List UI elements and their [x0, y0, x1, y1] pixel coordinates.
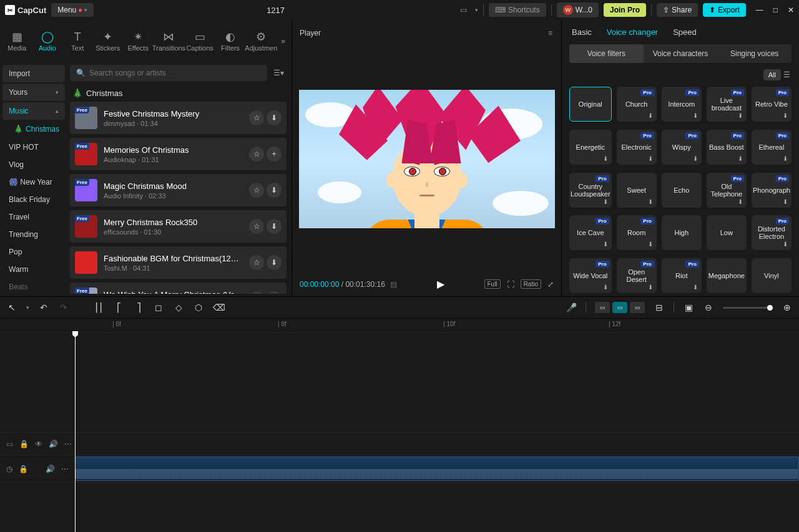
full-button[interactable]: Full — [484, 279, 501, 289]
sub-tab-singing-voices[interactable]: Singing voices — [717, 44, 792, 63]
sidebar-pop[interactable]: Pop — [2, 243, 65, 261]
frames-icon[interactable]: ▤ — [390, 280, 397, 289]
audio-clip[interactable] — [75, 457, 799, 481]
voice-live-broadcast[interactable]: ProLive broadcast⬇ — [707, 87, 747, 122]
voice-wide-vocal[interactable]: ProWide Vocal⬇ — [569, 258, 612, 293]
tab-filters[interactable]: ◐Filters — [216, 27, 245, 56]
track-mute-icon[interactable]: 🔊 — [49, 440, 58, 448]
filter-button[interactable]: ☰▾ — [271, 66, 287, 80]
preview-tool[interactable]: ▣ — [683, 302, 694, 312]
sub-tab-voice-filters[interactable]: Voice filters — [569, 44, 644, 63]
voice-room[interactable]: ProRoom⬇ — [617, 215, 657, 250]
crop-icon[interactable]: ⛶ — [507, 280, 514, 289]
track-settings-icon[interactable]: ▭ — [6, 440, 13, 448]
audio-mute-icon[interactable]: 🔊 — [46, 465, 55, 473]
tab-media[interactable]: ▦Media — [2, 27, 31, 56]
play-button[interactable]: ▶ — [437, 278, 444, 290]
tab-captions[interactable]: ▭Captions — [185, 27, 214, 56]
voice-ice-cave[interactable]: ProIce Cave⬇ — [569, 215, 612, 250]
voice-echo[interactable]: Echo — [662, 173, 702, 208]
add-button[interactable]: + — [267, 147, 282, 162]
sidebar-vlog[interactable]: Vlog — [2, 156, 65, 173]
sidebar-vip-hot[interactable]: VIP HOT — [2, 138, 65, 156]
favorite-button[interactable]: ☆ — [249, 255, 264, 270]
song-row[interactable]: Fashionable BGM for Christmas(1238227)To… — [70, 246, 287, 279]
undo-button[interactable]: ↶ — [38, 302, 49, 312]
tabs-overflow[interactable]: » — [277, 37, 289, 46]
redo-button[interactable]: ↷ — [58, 302, 69, 312]
selection-chevron[interactable]: ▾ — [26, 304, 29, 311]
download-button[interactable]: ⬇ — [267, 219, 282, 234]
filter-icon[interactable]: ☰ — [783, 70, 790, 79]
voice-megaphone[interactable]: Megaphone — [707, 258, 747, 293]
share-button[interactable]: ⇪ Share — [657, 3, 698, 17]
sidebar-trending[interactable]: Trending — [2, 226, 65, 243]
voice-ethereal[interactable]: ProEthereal⬇ — [752, 130, 792, 165]
search-input-container[interactable]: 🔍 — [70, 65, 267, 81]
voice-church[interactable]: ProChurch⬇ — [617, 87, 657, 122]
sidebar-christmas[interactable]: 🎄Christmas — [2, 121, 65, 137]
split-tool[interactable]: ⎮⎮ — [93, 302, 104, 312]
sidebar-music[interactable]: Music▴ — [2, 102, 65, 120]
audio-track-icon[interactable]: ◷ — [6, 465, 12, 473]
song-row[interactable]: FreeWe Wish You A Merry Christmas (Vocal… — [70, 283, 287, 294]
menu-button[interactable]: Menu▾ — [51, 3, 94, 17]
voice-riot[interactable]: ProRiot⬇ — [662, 258, 702, 293]
crop-tool[interactable]: ◻ — [153, 302, 164, 312]
voice-retro-vibe[interactable]: ProRetro Vibe⬇ — [752, 87, 792, 122]
fullscreen-icon[interactable]: ⤢ — [547, 280, 554, 289]
player-menu-icon[interactable]: ≡ — [548, 29, 554, 37]
export-button[interactable]: ⬆ Export — [703, 3, 746, 17]
snap-1[interactable]: ▭ — [595, 302, 610, 313]
marker-tool[interactable]: ◇ — [173, 302, 184, 312]
all-filter-button[interactable]: All — [763, 69, 781, 80]
favorite-button[interactable]: ☆ — [249, 219, 264, 234]
join-pro-button[interactable]: Join Pro — [604, 3, 646, 17]
voice-original[interactable]: Original — [569, 87, 612, 122]
tab-transitions[interactable]: ⋈Transitions — [154, 27, 184, 56]
song-row[interactable]: FreeFestive Christmas Mysterydimmysad · … — [70, 102, 287, 134]
download-button[interactable]: ⬇ — [267, 183, 282, 198]
zoom-slider[interactable] — [723, 307, 773, 309]
voice-energetic[interactable]: Energetic⬇ — [569, 130, 612, 165]
ratio-button[interactable]: Ratio — [521, 279, 541, 289]
playhead[interactable] — [75, 332, 76, 532]
video-preview[interactable] — [299, 90, 555, 228]
selection-tool[interactable]: ↖ — [6, 302, 17, 312]
right-tab-basic[interactable]: Basic — [572, 27, 592, 37]
layout-chevron[interactable]: ▾ — [475, 7, 478, 13]
song-row[interactable]: FreeMerry Christmas Rock350efficsounds ·… — [70, 210, 287, 243]
shield-tool[interactable]: ⬡ — [193, 302, 204, 312]
layout-icon[interactable]: ▭ — [458, 4, 470, 16]
favorite-button[interactable]: ☆ — [249, 110, 264, 125]
tab-stickers[interactable]: ✦Stickers — [93, 27, 122, 56]
zoom-out[interactable]: ⊖ — [703, 302, 714, 312]
sidebar-import[interactable]: Import — [2, 65, 65, 82]
right-tab-speed[interactable]: Speed — [673, 27, 697, 37]
voice-distorted-electron[interactable]: ProDistorted Electron⬇ — [752, 215, 792, 250]
track-lock-icon[interactable]: 🔒 — [19, 440, 29, 448]
close-button[interactable]: ✕ — [788, 6, 794, 14]
delete-tool[interactable]: ⌫ — [213, 302, 224, 312]
sidebar-travel[interactable]: Travel — [2, 208, 65, 226]
voice-country-loudspeaker[interactable]: ProCountry Loudspeaker⬇ — [569, 173, 612, 208]
favorite-button[interactable]: ☆ — [249, 291, 264, 294]
sidebar-beats[interactable]: Beats — [2, 278, 65, 296]
track-visibility-icon[interactable]: 👁 — [35, 440, 42, 448]
snap-2[interactable]: ▭ — [612, 302, 627, 313]
download-button[interactable]: ⬇ — [267, 110, 282, 125]
song-row[interactable]: FreeMagic Christmas MoodAudio Infinity ·… — [70, 174, 287, 206]
voice-high[interactable]: High — [662, 215, 702, 250]
sidebar-warm[interactable]: Warm — [2, 261, 65, 278]
sidebar-yours[interactable]: Yours▾ — [2, 84, 65, 101]
track-more-icon[interactable]: ⋯ — [64, 440, 72, 448]
align-tool[interactable]: ⊟ — [654, 302, 665, 312]
right-tab-voice-changer[interactable]: Voice changer — [607, 27, 658, 37]
maximize-button[interactable]: □ — [773, 6, 778, 14]
account-button[interactable]: W W...0 — [557, 2, 599, 17]
voice-low[interactable]: Low — [707, 215, 747, 250]
search-input[interactable] — [89, 69, 261, 77]
minimize-button[interactable]: — — [756, 6, 763, 14]
mic-tool[interactable]: 🎤 — [566, 302, 577, 312]
voice-open-desert[interactable]: ProOpen Desert⬇ — [617, 258, 657, 293]
